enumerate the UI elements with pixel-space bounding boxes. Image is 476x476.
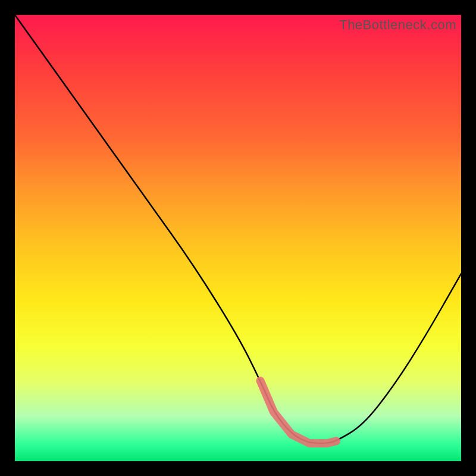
chart-svg <box>15 15 461 461</box>
chart-plot-area: TheBottleneck.com <box>15 15 461 461</box>
bottleneck-curve-path <box>15 15 461 443</box>
chart-frame: TheBottleneck.com <box>0 0 476 476</box>
valley-highlight-path <box>261 381 337 443</box>
